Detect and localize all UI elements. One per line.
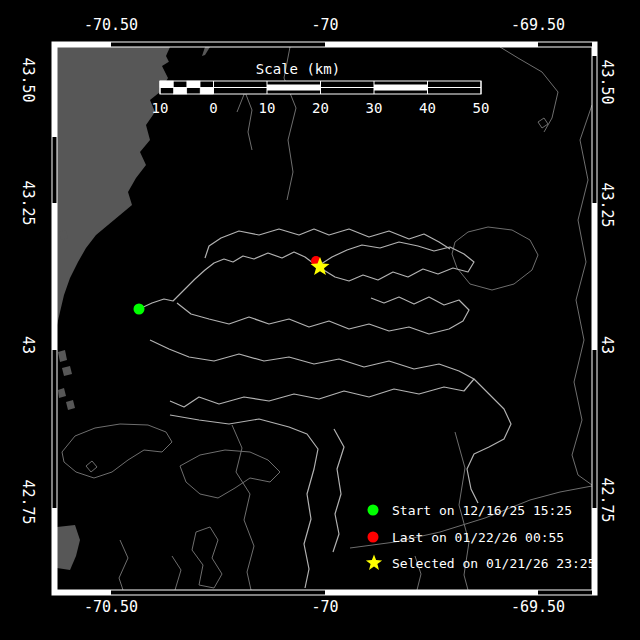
zebra-segment [592, 203, 597, 350]
coastline-contour [86, 461, 97, 472]
coastline-contour [172, 556, 181, 590]
zebra-segment [592, 42, 597, 56]
scale-bar-tick-label: 30 [366, 100, 383, 116]
scale-bar-tick-label: 20 [312, 100, 329, 116]
zebra-segment [52, 590, 111, 595]
lat-tick-label-right: 43 [598, 336, 616, 354]
lat-tick-label-left: 43.25 [19, 180, 37, 225]
coastline-contour [180, 450, 280, 498]
track-markers[interactable] [134, 256, 330, 315]
scale-bar-stripe [374, 85, 428, 91]
legend-item-label: Selected on 01/21/26 23:25 [392, 556, 596, 571]
legend-item: Selected on 01/21/26 23:25 [392, 554, 596, 572]
zebra-segment [52, 42, 57, 137]
zebra-segment [52, 203, 57, 350]
land-polygon [58, 388, 66, 398]
scale-bar-tick-label: 0 [209, 100, 217, 116]
land-polygons [57, 47, 210, 570]
scale-bar-checker-cell [187, 81, 200, 88]
lat-tick-label-right: 43.25 [598, 182, 616, 227]
scale-bar-tick-label: 10 [259, 100, 276, 116]
lat-tick-label-right: 43.50 [598, 59, 616, 104]
land-polygon [57, 525, 80, 570]
scale-bar-stripe [267, 85, 321, 91]
coastline-contour [192, 527, 222, 588]
zebra-segment [325, 42, 538, 47]
bay-polygon [166, 47, 205, 74]
coastline-contour [452, 227, 538, 290]
land-polygon [66, 400, 75, 410]
coastline-contour [232, 425, 254, 590]
drifter-track [318, 242, 474, 281]
scale-bar-checker-cell [160, 81, 173, 88]
lat-tick-label-left: 43 [19, 336, 37, 354]
lat-tick-label-right: 42.75 [598, 477, 616, 522]
coastline-contour [500, 47, 558, 132]
legend-item-label: Last on 01/22/26 00:55 [392, 530, 564, 545]
legend-marker-star [366, 555, 382, 570]
lon-tick-label-top: -70.50 [84, 16, 138, 34]
coastline-contour [572, 105, 592, 485]
legend-item: Last on 01/22/26 00:55 [392, 528, 564, 546]
zebra-segment [52, 508, 57, 595]
lon-tick-label-bottom: -69.50 [511, 598, 565, 616]
legend-marker-circle [368, 532, 379, 543]
lon-tick-label-bottom: -70.50 [84, 598, 138, 616]
drifter-track [139, 252, 318, 309]
drifter-track [333, 429, 344, 552]
legend-marker-circle [368, 505, 379, 516]
coastline-contour [119, 540, 128, 590]
lon-tick-label-top: -70 [311, 16, 338, 34]
lat-tick-label-left: 42.75 [19, 479, 37, 524]
drifter-track [467, 379, 511, 503]
lon-tick-label-top: -69.50 [511, 16, 565, 34]
drifter-track-map-window: -70.50-70-69.50-70.50-70-69.5043.5043.25… [0, 0, 640, 640]
drifter-track [170, 415, 318, 588]
start-position-marker[interactable] [134, 304, 145, 315]
lon-tick-label-bottom: -70 [311, 598, 338, 616]
zebra-segment [325, 590, 538, 595]
scale-bar-title: Scale (km) [256, 61, 340, 77]
drifter-track [150, 340, 474, 407]
scale-bar-checker-cell [173, 88, 186, 95]
zebra-segment [592, 508, 597, 595]
drifter-track [177, 297, 469, 334]
land-polygon [62, 366, 72, 376]
legend-item-label: Start on 12/16/25 15:25 [392, 503, 572, 518]
scale-bar [160, 81, 481, 94]
land-polygon [58, 350, 67, 362]
coastline-contour [62, 424, 172, 478]
legend-markers [366, 505, 382, 570]
scale-bar-tick-label: 40 [419, 100, 436, 116]
scale-bar-tick-label: 50 [473, 100, 490, 116]
lat-tick-label-left: 43.50 [19, 57, 37, 102]
scale-bar-checker-cell [200, 88, 213, 95]
zebra-segment [52, 42, 111, 47]
legend-item: Start on 12/16/25 15:25 [392, 501, 572, 519]
coastline-contour [538, 118, 548, 128]
drifter-track [205, 229, 450, 258]
coastline-contour [237, 92, 252, 150]
scale-bar-tick-label: 10 [152, 100, 169, 116]
